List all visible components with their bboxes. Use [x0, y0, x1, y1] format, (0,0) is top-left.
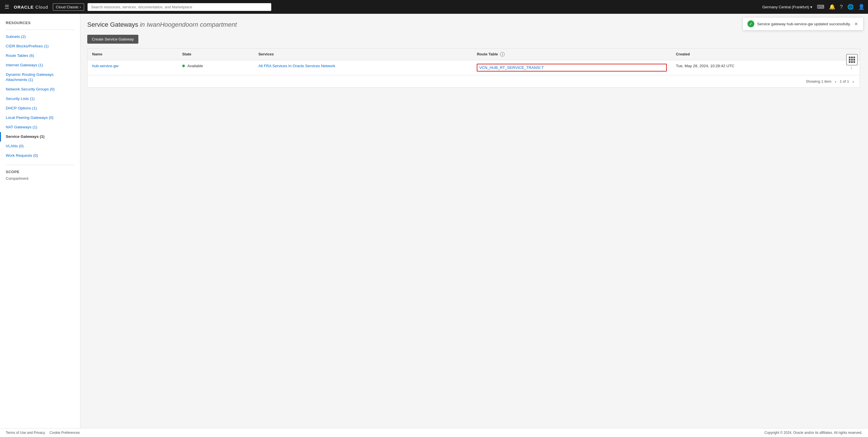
- bottom-bar: Terms of Use and Privacy Cookie Preferen…: [0, 428, 868, 437]
- col-created: Created: [671, 49, 843, 60]
- table-footer: Showing 1 item ‹ 1 of 1 ›: [88, 75, 860, 87]
- sidebar-item-dhcp-options[interactable]: DHCP Options (1): [0, 104, 80, 113]
- page-title-suffix: compartment: [200, 21, 237, 28]
- sidebar-divider: [6, 30, 74, 30]
- copyright-text: Copyright © 2024, Oracle and/or its affi…: [764, 431, 862, 435]
- status-label: Available: [187, 64, 203, 68]
- notification-message: Service gateway hub-service-gw updated s…: [757, 22, 851, 26]
- cell-services: All FRA Services In Oracle Services Netw…: [254, 60, 472, 75]
- cookie-preferences-link[interactable]: Cookie Preferences: [50, 431, 80, 435]
- col-route-table: Route Table i: [472, 49, 671, 60]
- oracle-logo-text: ORACLE: [14, 5, 34, 9]
- sidebar-resources-title: Resources: [0, 19, 80, 27]
- create-service-gateway-button[interactable]: Create Service Gateway: [87, 35, 138, 44]
- sidebar-compartment-label: Compartment: [0, 175, 80, 182]
- region-chevron-icon: ▾: [810, 5, 812, 9]
- search-input[interactable]: [88, 3, 271, 11]
- cell-state: Available: [178, 60, 254, 75]
- sidebar-item-subnets[interactable]: Subnets (2): [0, 32, 80, 42]
- sidebar-item-network-security-groups[interactable]: Network Security Groups (0): [0, 85, 80, 94]
- sidebar-item-drg-attachments[interactable]: Dynamic Routing Gateways Attachments (1): [0, 70, 80, 85]
- hamburger-icon[interactable]: ☰: [3, 3, 10, 11]
- col-state: State: [178, 49, 254, 60]
- console-icon[interactable]: ⌨: [817, 4, 825, 10]
- table-row: hub-service-gw Available All FRA Service…: [88, 60, 860, 75]
- toolbar: Create Service Gateway: [87, 35, 860, 44]
- region-selector[interactable]: Germany Central (Frankfurt) ▾: [763, 5, 812, 9]
- sidebar-scope-divider: [6, 165, 74, 165]
- help-icon[interactable]: ?: [840, 4, 843, 10]
- main-layout: Resources Subnets (2) CIDR Blocks/Prefix…: [0, 14, 868, 428]
- table-header-row: Name State Services Route Table i Create…: [88, 49, 860, 60]
- footer-links: Terms of Use and Privacy Cookie Preferen…: [6, 431, 80, 435]
- notification-close-button[interactable]: ✕: [854, 21, 859, 27]
- oracle-logo: ORACLE Cloud: [14, 5, 48, 9]
- sidebar: Resources Subnets (2) CIDR Blocks/Prefix…: [0, 14, 81, 428]
- next-page-button[interactable]: ›: [851, 79, 855, 85]
- top-navigation: ☰ ORACLE Cloud Cloud Classic › Germany C…: [0, 0, 868, 14]
- cell-created: Tue, May 28, 2024, 10:28:42 UTC: [671, 60, 843, 75]
- main-content: ✓ Service gateway hub-service-gw updated…: [81, 14, 868, 428]
- success-notification: ✓ Service gateway hub-service-gw updated…: [743, 17, 863, 30]
- page-title-in: in: [140, 21, 145, 28]
- prev-page-button[interactable]: ‹: [834, 79, 837, 85]
- cloud-classic-button[interactable]: Cloud Classic ›: [53, 3, 84, 11]
- sidebar-item-local-peering-gateways[interactable]: Local Peering Gateways (0): [0, 113, 80, 123]
- page-title-compartment-name: IwanHoogendoorn: [147, 21, 198, 28]
- globe-icon[interactable]: 🌐: [847, 4, 854, 10]
- cell-route-table: VCN_HUB_RT_SERVICE_TRANSI T: [472, 60, 671, 75]
- grid-view-button[interactable]: [846, 54, 858, 65]
- sidebar-item-service-gateways[interactable]: Service Gateways (1): [0, 132, 80, 142]
- sidebar-item-security-lists[interactable]: Security Lists (1): [0, 94, 80, 104]
- col-name: Name: [88, 49, 178, 60]
- sidebar-item-cidr[interactable]: CIDR Blocks/Prefixes (1): [0, 42, 80, 51]
- services-link[interactable]: All FRA Services In Oracle Services Netw…: [258, 64, 335, 68]
- gateway-name-link[interactable]: hub-service-gw: [92, 64, 119, 68]
- sidebar-item-work-requests[interactable]: Work Requests (0): [0, 151, 80, 160]
- sidebar-item-nat-gateways[interactable]: NAT Gateways (1): [0, 123, 80, 132]
- page-info-label: 1 of 1: [840, 79, 849, 84]
- sidebar-item-vlans[interactable]: VLANs (0): [0, 142, 80, 151]
- notification-success-icon: ✓: [747, 21, 754, 27]
- nav-right-section: Germany Central (Frankfurt) ▾ ⌨ 🔔 ? 🌐 👤: [763, 4, 865, 10]
- sidebar-item-internet-gateways[interactable]: Internet Gateways (1): [0, 61, 80, 70]
- region-label: Germany Central (Frankfurt): [763, 5, 809, 9]
- terms-of-use-link[interactable]: Terms of Use and Privacy: [6, 431, 45, 435]
- page-title-prefix: Service Gateways: [87, 21, 138, 28]
- route-table-link[interactable]: VCN_HUB_RT_SERVICE_TRANSI T: [479, 65, 544, 70]
- user-icon[interactable]: 👤: [858, 4, 865, 10]
- data-table-container: Name State Services Route Table i Create…: [87, 48, 860, 88]
- col-services: Services: [254, 49, 472, 60]
- table-wrapper: Name State Services Route Table i Create…: [87, 48, 860, 88]
- bell-icon[interactable]: 🔔: [829, 4, 835, 10]
- service-gateways-table: Name State Services Route Table i Create…: [88, 49, 860, 75]
- sidebar-item-route-tables[interactable]: Route Tables (6): [0, 51, 80, 61]
- cloud-logo-text: Cloud: [35, 5, 48, 9]
- showing-count-label: Showing 1 item: [806, 79, 832, 84]
- cell-name: hub-service-gw: [88, 60, 178, 75]
- route-table-highlighted-cell: VCN_HUB_RT_SERVICE_TRANSI T: [477, 64, 666, 71]
- route-table-info-icon[interactable]: i: [500, 52, 505, 57]
- grid-icon: [849, 57, 855, 63]
- sidebar-scope-title: Scope: [0, 167, 80, 175]
- status-indicator-dot: [182, 65, 185, 67]
